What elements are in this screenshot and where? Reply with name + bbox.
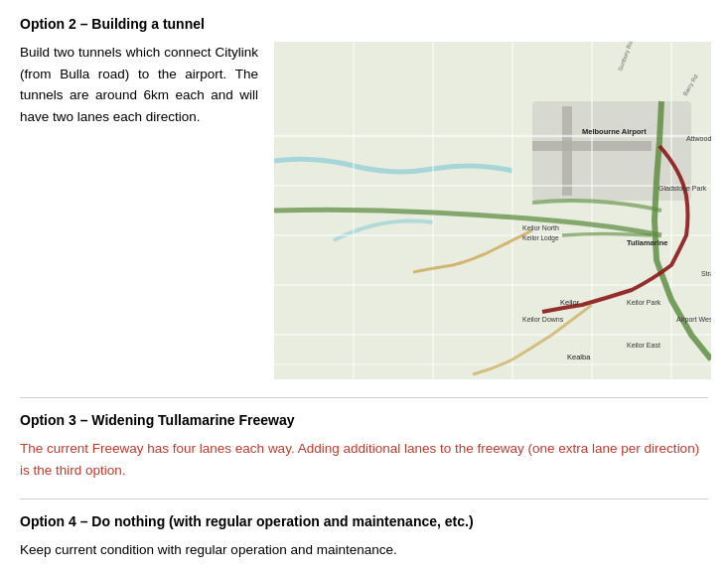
option3-body-text: The current Freeway has four lanes each … (20, 441, 699, 478)
option4-section: Option 4 – Do nothing (with regular oper… (20, 513, 708, 561)
svg-text:Strathmore Hts: Strathmore Hts (701, 270, 711, 277)
option3-body: The current Freeway has four lanes each … (20, 438, 708, 481)
map-svg: Meadow Heights Coolaroo Campbellfield Me… (274, 42, 711, 379)
option4-body: Keep current condition with regular oper… (20, 539, 708, 561)
option2-section: Option 2 – Building a tunnel Build two t… (20, 16, 708, 379)
option4-title: Option 4 – Do nothing (with regular oper… (20, 513, 708, 529)
svg-text:Keilor East: Keilor East (627, 342, 660, 349)
svg-text:Gladstone Park: Gladstone Park (658, 185, 707, 192)
option3-title: Option 3 – Widening Tullamarine Freeway (20, 412, 708, 428)
option2-text: Build two tunnels which connect Citylink… (20, 42, 258, 127)
svg-text:Keilor North: Keilor North (522, 224, 559, 231)
svg-text:Kealba: Kealba (567, 353, 591, 361)
svg-text:Melbourne Airport: Melbourne Airport (582, 127, 647, 136)
map-image: Meadow Heights Coolaroo Campbellfield Me… (274, 42, 711, 379)
section-divider-2 (20, 499, 708, 500)
svg-text:Keilor Park: Keilor Park (627, 299, 661, 306)
option3-section: Option 3 – Widening Tullamarine Freeway … (20, 412, 708, 481)
option2-title: Option 2 – Building a tunnel (20, 16, 708, 32)
section-divider-1 (20, 397, 708, 398)
svg-text:Airport West: Airport West (676, 316, 711, 324)
option2-content: Build two tunnels which connect Citylink… (20, 42, 708, 379)
map-container: Meadow Heights Coolaroo Campbellfield Me… (274, 42, 711, 379)
svg-text:Tullamarine: Tullamarine (627, 238, 668, 247)
svg-text:Keilor: Keilor (560, 298, 580, 307)
svg-text:Keilor Lodge: Keilor Lodge (522, 234, 559, 242)
svg-text:Attwood: Attwood (686, 135, 711, 142)
svg-text:Keilor Downs: Keilor Downs (522, 316, 564, 323)
